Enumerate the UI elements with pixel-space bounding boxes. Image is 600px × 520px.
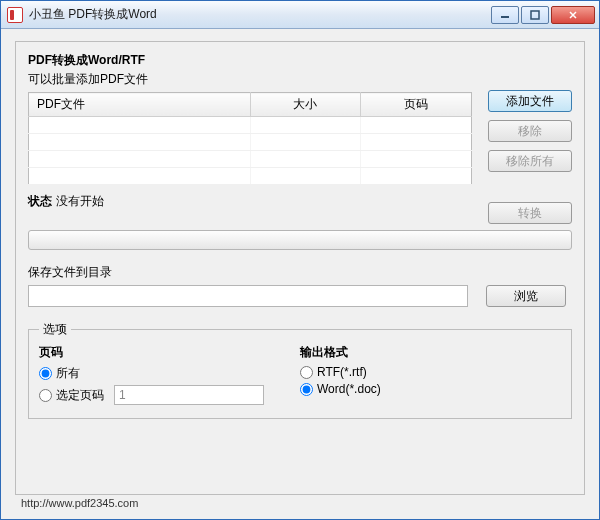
save-dir-input[interactable] xyxy=(28,285,468,307)
table-row xyxy=(29,151,472,168)
status-value: 没有开始 xyxy=(56,193,104,210)
col-pages[interactable]: 页码 xyxy=(361,93,472,117)
window-controls xyxy=(491,6,595,24)
col-size[interactable]: 大小 xyxy=(250,93,361,117)
app-window: 小丑鱼 PDF转换成Word PDF转换成Word/RTF 可以批量添加PDF文… xyxy=(0,0,600,520)
output-heading: 输出格式 xyxy=(300,344,561,361)
add-file-button[interactable]: 添加文件 xyxy=(488,90,572,112)
radio-all-pages-input[interactable] xyxy=(39,367,52,380)
table-row xyxy=(29,117,472,134)
titlebar[interactable]: 小丑鱼 PDF转换成Word xyxy=(1,1,599,29)
remove-button[interactable]: 移除 xyxy=(488,120,572,142)
app-icon xyxy=(7,7,23,23)
radio-selected-pages-input[interactable] xyxy=(39,389,52,402)
options-fieldset: 选项 页码 所有 选定页码 xyxy=(28,321,572,419)
remove-all-button[interactable]: 移除所有 xyxy=(488,150,572,172)
status-label: 状态 xyxy=(28,193,52,210)
panel-subtext: 可以批量添加PDF文件 xyxy=(28,71,472,88)
save-dir-label: 保存文件到目录 xyxy=(28,264,572,281)
radio-selected-pages[interactable]: 选定页码 xyxy=(39,385,300,405)
svg-rect-1 xyxy=(531,11,539,19)
close-button[interactable] xyxy=(551,6,595,24)
footer-url: http://www.pdf2345.com xyxy=(15,495,585,515)
convert-button[interactable]: 转换 xyxy=(488,202,572,224)
col-file[interactable]: PDF文件 xyxy=(29,93,251,117)
radio-word-input[interactable] xyxy=(300,383,313,396)
browse-button[interactable]: 浏览 xyxy=(486,285,566,307)
options-legend: 选项 xyxy=(39,321,71,338)
file-list-table[interactable]: PDF文件 大小 页码 xyxy=(28,92,472,185)
radio-rtf[interactable]: RTF(*.rtf) xyxy=(300,365,561,379)
radio-rtf-input[interactable] xyxy=(300,366,313,379)
selected-pages-input[interactable] xyxy=(114,385,264,405)
panel-heading: PDF转换成Word/RTF xyxy=(28,52,472,69)
window-title: 小丑鱼 PDF转换成Word xyxy=(29,6,491,23)
radio-all-pages[interactable]: 所有 xyxy=(39,365,300,382)
minimize-button[interactable] xyxy=(491,6,519,24)
pages-heading: 页码 xyxy=(39,344,300,361)
main-panel: PDF转换成Word/RTF 可以批量添加PDF文件 PDF文件 大小 页码 xyxy=(15,41,585,495)
table-row xyxy=(29,134,472,151)
radio-rtf-label: RTF(*.rtf) xyxy=(317,365,367,379)
radio-word[interactable]: Word(*.doc) xyxy=(300,382,561,396)
maximize-button[interactable] xyxy=(521,6,549,24)
radio-all-pages-label: 所有 xyxy=(56,365,80,382)
client-area: PDF转换成Word/RTF 可以批量添加PDF文件 PDF文件 大小 页码 xyxy=(1,29,599,519)
radio-word-label: Word(*.doc) xyxy=(317,382,381,396)
table-row xyxy=(29,168,472,185)
progress-bar xyxy=(28,230,572,250)
radio-selected-pages-label: 选定页码 xyxy=(56,387,104,404)
